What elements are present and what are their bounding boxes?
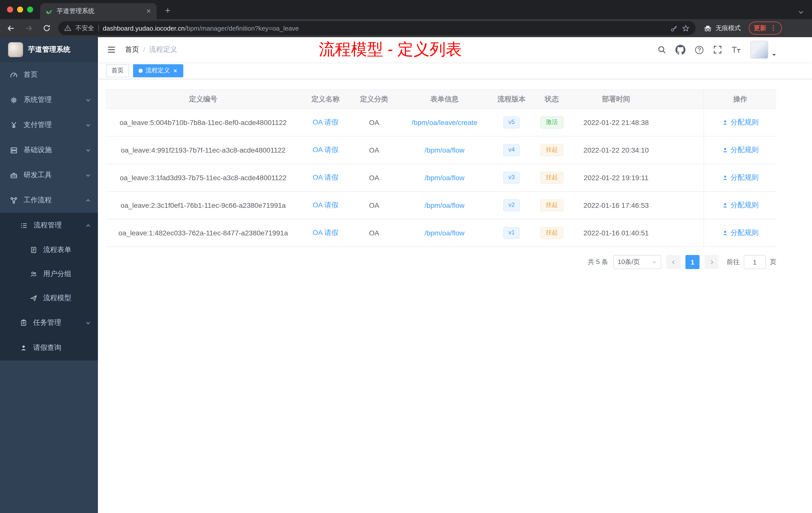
toolbox-icon (10, 172, 18, 179)
new-tab-button[interactable] (161, 3, 175, 18)
user-icon (20, 344, 27, 351)
gear-icon (10, 96, 18, 104)
sidebar-item-label: 系统管理 (24, 95, 52, 104)
sidebar-item-infrastructure[interactable]: 基础设施 (0, 138, 98, 163)
filler-cell (660, 191, 704, 219)
goto-page-input[interactable] (744, 255, 766, 269)
logo-title: 芋道管理系统 (28, 45, 70, 54)
definition-name-link[interactable]: OA 请假 (313, 173, 339, 181)
col-actions: 操作 (704, 90, 776, 109)
url-text: dashboard.yudao.iocoder.cn/bpm/manager/d… (103, 24, 299, 32)
zoom-window-button[interactable] (27, 6, 33, 12)
close-window-button[interactable] (7, 6, 13, 12)
browser-tab[interactable]: 芋道管理系统 (40, 3, 157, 19)
definition-category: OA (351, 136, 398, 164)
definition-category: OA (351, 191, 398, 219)
sidebar-item-user-group[interactable]: 用户分组 (0, 262, 98, 286)
definition-name-link[interactable]: OA 请假 (313, 146, 339, 154)
assign-rule-link[interactable]: 分配规则 (722, 173, 758, 182)
deploy-time: 2022-01-16 17:46:53 (572, 191, 660, 219)
screen: 芋道管理系统 不安全 dashboard.yudao.ioc (0, 0, 812, 513)
sidebar-item-process-model[interactable]: 流程模型 (0, 286, 98, 310)
col-definition-name: 定义名称 (300, 90, 350, 109)
status-badge: 激活 (540, 117, 563, 128)
tag-home[interactable]: 首页 (106, 64, 129, 77)
assign-rule-link[interactable]: 分配规则 (722, 118, 758, 127)
tag-label: 首页 (112, 66, 123, 75)
sidebar-item-payment[interactable]: 支付管理 (0, 113, 98, 138)
address-bar[interactable]: 不安全 dashboard.yudao.iocoder.cn/bpm/manag… (58, 21, 696, 35)
form-link[interactable]: /bpm/oa/flow (425, 146, 464, 154)
fullscreen-icon[interactable] (713, 45, 722, 54)
page-number-button[interactable]: 1 (686, 255, 699, 269)
forward-icon[interactable] (22, 22, 35, 35)
sidebar-item-workflow[interactable]: 工作流程 (0, 188, 98, 213)
definition-name-link[interactable]: OA 请假 (313, 201, 339, 209)
sidebar-item-home[interactable]: 首页 (0, 62, 98, 87)
filler-cell (660, 219, 704, 247)
search-icon[interactable] (657, 45, 666, 54)
bookmark-star-icon[interactable] (682, 24, 690, 32)
update-label: 更新 (754, 24, 766, 32)
tag-process-definition[interactable]: 流程定义 (133, 64, 183, 77)
goto-label: 前往 (727, 258, 740, 267)
form-link[interactable]: /bpm/oa/flow (425, 174, 464, 182)
font-size-icon[interactable] (731, 45, 741, 54)
kebab-menu-icon[interactable] (770, 25, 777, 32)
incognito-badge: 无痕模式 (700, 24, 744, 32)
status-badge: 挂起 (540, 199, 563, 211)
sidebar-item-task-manage[interactable]: 任务管理 (0, 310, 98, 335)
definition-name-link[interactable]: OA 请假 (313, 118, 339, 126)
sidebar-item-leave-query[interactable]: 请假查询 (0, 335, 98, 360)
sidebar-item-label: 基础设施 (24, 146, 52, 155)
minimize-window-button[interactable] (17, 6, 23, 12)
version-badge: v4 (503, 144, 520, 156)
incognito-icon (703, 24, 712, 32)
page-size-select[interactable]: 10条/页 (613, 255, 661, 269)
sidebar-item-label: 用户分组 (43, 270, 71, 279)
col-definition-category: 定义分类 (351, 90, 398, 109)
key-icon[interactable] (670, 24, 678, 32)
prev-page-button[interactable] (666, 255, 680, 269)
form-link[interactable]: /bpm/oa/leave/create (412, 118, 477, 126)
status-badge: 挂起 (540, 227, 563, 239)
next-page-button[interactable] (704, 255, 719, 269)
security-label[interactable]: 不安全 (75, 24, 94, 32)
users-icon (30, 271, 37, 278)
avatar[interactable] (750, 41, 768, 59)
sidebar-item-process-form[interactable]: 流程表单 (0, 238, 98, 262)
warning-icon (64, 25, 71, 32)
tag-close-icon[interactable] (173, 68, 178, 73)
tab-close-icon[interactable] (146, 8, 152, 14)
github-icon[interactable] (675, 45, 686, 55)
col-form-info: 表单信息 (398, 90, 491, 109)
assign-rule-link[interactable]: 分配规则 (722, 146, 758, 155)
chevron-down-icon (85, 122, 91, 128)
reload-icon[interactable] (40, 22, 53, 35)
sidebar-item-process-manage[interactable]: 流程管理 (0, 213, 98, 238)
help-icon[interactable] (695, 45, 704, 55)
definition-category: OA (351, 109, 398, 136)
sidebar-logo[interactable]: 芋道管理系统 (0, 37, 98, 62)
browser-toolbar: 不安全 dashboard.yudao.iocoder.cn/bpm/manag… (0, 19, 812, 37)
tab-search-chevron-icon[interactable] (798, 9, 812, 19)
tab-title: 芋道管理系统 (57, 7, 142, 15)
browser-update-button[interactable]: 更新 (749, 22, 782, 35)
sidebar-item-devtools[interactable]: 研发工具 (0, 163, 98, 188)
form-link[interactable]: /bpm/oa/flow (425, 229, 464, 237)
form-link[interactable]: /bpm/oa/flow (425, 201, 464, 209)
version-badge: v3 (503, 172, 520, 183)
assign-rule-link[interactable]: 分配规则 (722, 229, 758, 237)
hamburger-icon[interactable] (105, 43, 118, 56)
sidebar-item-system[interactable]: 系统管理 (0, 87, 98, 113)
user-menu[interactable] (750, 41, 777, 59)
user-icon (722, 202, 728, 208)
back-icon[interactable] (4, 22, 17, 35)
breadcrumb-home[interactable]: 首页 (125, 45, 139, 54)
assign-rule-link[interactable]: 分配规则 (722, 201, 758, 210)
deploy-time: 2022-01-22 20:34:10 (572, 136, 660, 164)
assign-rule-label: 分配规则 (730, 146, 758, 155)
chevron-down-icon (85, 147, 91, 153)
table-row: oa_leave:1:482ec033-762a-11ec-8477-a2380… (106, 219, 776, 247)
definition-name-link[interactable]: OA 请假 (313, 229, 339, 236)
